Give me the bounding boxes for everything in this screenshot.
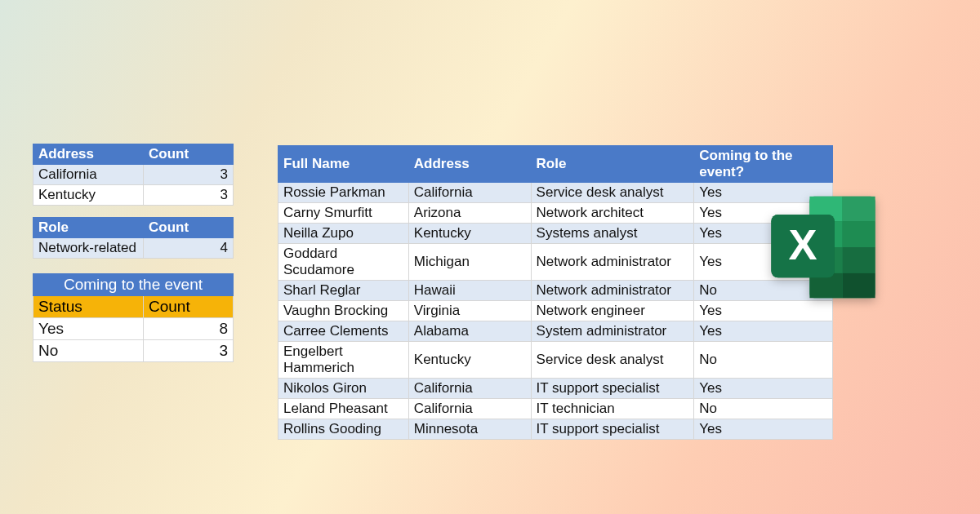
cell-role: System administrator <box>531 321 694 342</box>
cell-address: Michigan <box>408 244 531 281</box>
cell-coming: Yes <box>694 301 833 321</box>
cell-coming: Yes <box>694 379 833 399</box>
table-row: Sharl Reglar Hawaii Network administrato… <box>278 281 833 301</box>
count-cell: 3 <box>144 185 234 206</box>
table-row: Carree Clements Alabama System administr… <box>278 321 833 342</box>
col-full-name: Full Name <box>278 146 409 183</box>
main-data-table: Full Name Address Role Coming to the eve… <box>278 145 833 440</box>
cell-name: Rollins Gooding <box>278 419 409 440</box>
cell-name: Goddard Scudamore <box>278 244 409 281</box>
cell-name: Carny Smurfitt <box>278 203 409 224</box>
cell-address: Virginia <box>408 301 531 321</box>
cell-coming: No <box>694 399 833 419</box>
status-cell: Yes <box>33 318 144 340</box>
cell-address: Alabama <box>408 321 531 342</box>
col-role: Role <box>531 146 694 183</box>
cell-role: IT support specialist <box>531 379 694 399</box>
table-row: No 3 <box>33 340 234 362</box>
svg-rect-2 <box>843 197 875 221</box>
role-header: Role <box>33 218 144 238</box>
count-header: Count <box>144 218 234 238</box>
cell-name: Neilla Zupo <box>278 224 409 244</box>
svg-text:X: X <box>789 220 817 268</box>
address-cell: California <box>33 165 144 185</box>
cell-address: Minnesota <box>408 419 531 440</box>
cell-role: IT technician <box>531 399 694 419</box>
address-header: Address <box>33 144 144 165</box>
cell-name: Nikolos Giron <box>278 379 409 399</box>
table-row: Kentucky 3 <box>33 185 234 206</box>
address-cell: Kentucky <box>33 185 144 206</box>
summary-tables: Address Count California 3 Kentucky 3 Ro… <box>33 144 234 362</box>
cell-role: Network architect <box>531 203 694 224</box>
cell-coming: Yes <box>694 321 833 342</box>
table-row: Goddard Scudamore Michigan Network admin… <box>278 244 833 281</box>
event-title: Coming to the event <box>33 274 234 296</box>
cell-name: Leland Pheasant <box>278 399 409 419</box>
table-row: Vaughn Brocking Virginia Network enginee… <box>278 301 833 321</box>
cell-name: Rossie Parkman <box>278 183 409 203</box>
cell-coming: Yes <box>694 419 833 440</box>
count-cell: 4 <box>144 238 234 259</box>
cell-address: California <box>408 183 531 203</box>
role-cell: Network-related <box>33 238 144 259</box>
table-row: Rossie Parkman California Service desk a… <box>278 183 833 203</box>
cell-name: Vaughn Brocking <box>278 301 409 321</box>
cell-role: Network administrator <box>531 244 694 281</box>
table-row: Yes 8 <box>33 318 234 340</box>
count-header: Count <box>144 144 234 165</box>
cell-address: Arizona <box>408 203 531 224</box>
count-cell: 3 <box>144 340 234 362</box>
count-cell: 8 <box>144 318 234 340</box>
table-row: Carny Smurfitt Arizona Network architect… <box>278 203 833 224</box>
svg-rect-4 <box>843 221 875 247</box>
role-count-table: Role Count Network-related 4 <box>33 217 234 259</box>
status-cell: No <box>33 340 144 362</box>
svg-rect-6 <box>843 247 875 273</box>
cell-address: Hawaii <box>408 281 531 301</box>
event-count-table: Coming to the event Status Count Yes 8 N… <box>33 273 234 362</box>
cell-address: Kentucky <box>408 342 531 379</box>
cell-coming: No <box>694 342 833 379</box>
status-header: Status <box>33 296 144 318</box>
cell-role: Network engineer <box>531 301 694 321</box>
cell-name: Carree Clements <box>278 321 409 342</box>
table-row: Leland Pheasant California IT technician… <box>278 399 833 419</box>
cell-address: Kentucky <box>408 224 531 244</box>
address-count-table: Address Count California 3 Kentucky 3 <box>33 144 234 206</box>
col-coming: Coming to the event? <box>694 146 833 183</box>
count-header: Count <box>144 296 234 318</box>
cell-address: California <box>408 379 531 399</box>
table-row: Rollins Gooding Minnesota IT support spe… <box>278 419 833 440</box>
table-row: Neilla Zupo Kentucky Systems analyst Yes <box>278 224 833 244</box>
table-row: Engelbert Hammerich Kentucky Service des… <box>278 342 833 379</box>
count-cell: 3 <box>144 165 234 185</box>
cell-name: Sharl Reglar <box>278 281 409 301</box>
main-data-table-container: Full Name Address Role Coming to the eve… <box>278 145 833 440</box>
cell-name: Engelbert Hammerich <box>278 342 409 379</box>
cell-role: Service desk analyst <box>531 183 694 203</box>
col-address: Address <box>408 146 531 183</box>
table-row: Nikolos Giron California IT support spec… <box>278 379 833 399</box>
cell-role: Network administrator <box>531 281 694 301</box>
cell-role: Systems analyst <box>531 224 694 244</box>
cell-role: IT support specialist <box>531 419 694 440</box>
cell-role: Service desk analyst <box>531 342 694 379</box>
cell-address: California <box>408 399 531 419</box>
excel-icon: X <box>766 194 880 300</box>
table-row: Network-related 4 <box>33 238 234 259</box>
svg-rect-8 <box>843 273 875 298</box>
table-row: California 3 <box>33 165 234 185</box>
